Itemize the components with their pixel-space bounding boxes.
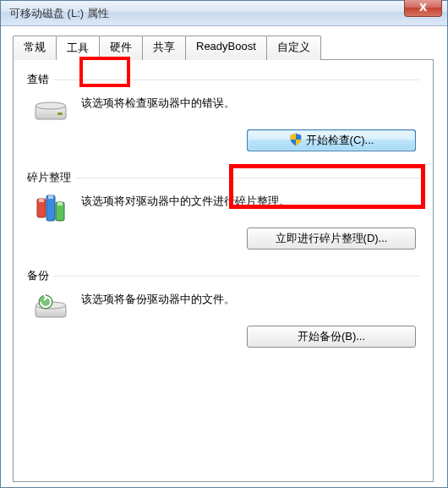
close-button[interactable]: X bbox=[404, 0, 442, 17]
group-defrag: 碎片整理 该选项将对 bbox=[27, 170, 419, 249]
group-divider bbox=[54, 80, 419, 80]
svg-rect-2 bbox=[57, 112, 63, 115]
close-icon: X bbox=[419, 1, 427, 14]
group-divider bbox=[54, 276, 419, 277]
start-check-label: 开始检查(C)... bbox=[306, 133, 374, 148]
tab-panel-tools: 查错 bbox=[13, 59, 434, 482]
defrag-now-label: 立即进行碎片整理(D)... bbox=[276, 231, 388, 246]
defrag-desc: 该选项将对驱动器中的文件进行碎片整理。 bbox=[81, 194, 419, 209]
start-backup-label: 开始备份(B)... bbox=[298, 329, 365, 344]
defrag-icon bbox=[32, 190, 69, 228]
svg-rect-7 bbox=[48, 195, 53, 199]
group-divider bbox=[76, 178, 419, 178]
group-title-backup: 备份 bbox=[27, 268, 54, 283]
tab-sharing[interactable]: 共享 bbox=[142, 36, 186, 60]
start-backup-button[interactable]: 开始备份(B)... bbox=[247, 326, 416, 348]
backup-icon bbox=[32, 288, 69, 326]
tab-tools[interactable]: 工具 bbox=[56, 36, 100, 60]
svg-rect-4 bbox=[46, 195, 55, 221]
group-header: 备份 bbox=[27, 268, 419, 283]
backup-desc: 该选项将备份驱动器中的文件。 bbox=[81, 292, 419, 307]
properties-window: 可移动磁盘 (L:) 属性 X 常规 工具 硬件 共享 ReadyBoost 自… bbox=[0, 0, 448, 488]
group-backup: 备份 bbox=[27, 268, 419, 348]
group-header: 查错 bbox=[27, 72, 419, 87]
tab-readyboost[interactable]: ReadyBoost bbox=[185, 36, 267, 60]
tab-general[interactable]: 常规 bbox=[13, 36, 57, 60]
group-error-checking: 查错 bbox=[27, 72, 419, 151]
tab-strip: 常规 工具 硬件 共享 ReadyBoost 自定义 bbox=[13, 35, 435, 59]
titlebar[interactable]: 可移动磁盘 (L:) 属性 X bbox=[1, 1, 447, 26]
tab-custom[interactable]: 自定义 bbox=[266, 36, 321, 60]
check-desc: 该选项将检查驱动器中的错误。 bbox=[81, 96, 419, 111]
defrag-now-button[interactable]: 立即进行碎片整理(D)... bbox=[247, 228, 416, 249]
group-title-check: 查错 bbox=[27, 72, 54, 87]
svg-point-1 bbox=[36, 102, 66, 109]
group-title-defrag: 碎片整理 bbox=[27, 170, 76, 185]
window-title: 可移动磁盘 (L:) 属性 bbox=[9, 6, 109, 21]
drive-check-icon bbox=[32, 92, 69, 129]
svg-rect-8 bbox=[57, 202, 63, 206]
svg-rect-6 bbox=[39, 199, 44, 202]
start-check-button[interactable]: 开始检查(C)... bbox=[247, 129, 416, 151]
tab-hardware[interactable]: 硬件 bbox=[99, 36, 143, 60]
client-area: 常规 工具 硬件 共享 ReadyBoost 自定义 查错 bbox=[1, 26, 447, 487]
group-header: 碎片整理 bbox=[27, 170, 419, 185]
shield-icon bbox=[289, 133, 303, 149]
